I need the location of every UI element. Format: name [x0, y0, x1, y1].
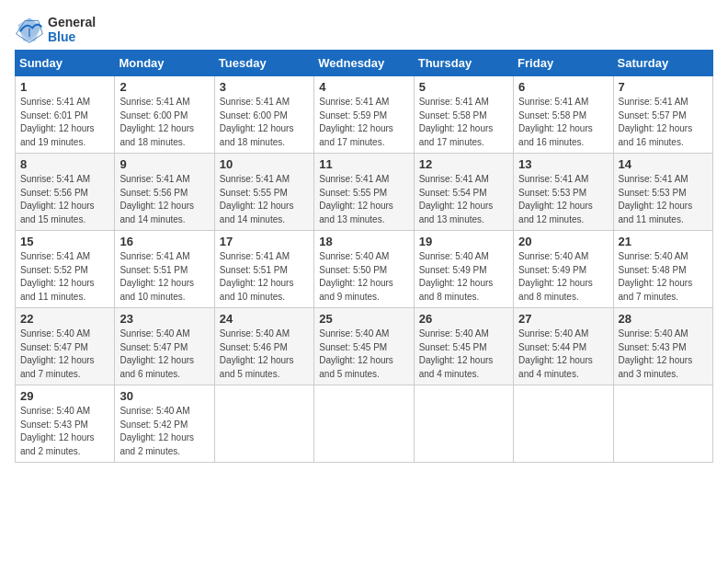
calendar-day-cell: 20Sunrise: 5:40 AM Sunset: 5:49 PM Dayli…: [514, 231, 613, 308]
calendar-day-cell: 29Sunrise: 5:40 AM Sunset: 5:43 PM Dayli…: [16, 385, 115, 463]
weekday-header-wednesday: Wednesday: [314, 51, 414, 76]
day-info: Sunrise: 5:40 AM Sunset: 5:44 PM Dayligh…: [518, 327, 608, 381]
day-info: Sunrise: 5:40 AM Sunset: 5:49 PM Dayligh…: [419, 250, 508, 304]
page-header: General Blue: [15, 15, 713, 44]
day-info: Sunrise: 5:41 AM Sunset: 5:59 PM Dayligh…: [319, 96, 408, 149]
calendar-day-cell: 24Sunrise: 5:40 AM Sunset: 5:46 PM Dayli…: [214, 308, 313, 385]
day-number: 14: [619, 157, 708, 171]
day-number: 4: [319, 80, 408, 94]
day-number: 12: [419, 157, 508, 171]
day-number: 8: [20, 157, 109, 171]
calendar-day-cell: 17Sunrise: 5:41 AM Sunset: 5:51 PM Dayli…: [214, 231, 313, 308]
calendar-day-cell: 4Sunrise: 5:41 AM Sunset: 5:59 PM Daylig…: [314, 76, 414, 154]
calendar-day-cell: 9Sunrise: 5:41 AM Sunset: 5:56 PM Daylig…: [115, 154, 214, 231]
day-info: Sunrise: 5:40 AM Sunset: 5:48 PM Dayligh…: [619, 250, 708, 304]
day-info: Sunrise: 5:41 AM Sunset: 5:55 PM Dayligh…: [220, 173, 309, 226]
day-number: 23: [119, 312, 209, 326]
day-number: 15: [20, 235, 109, 248]
day-number: 22: [20, 312, 109, 326]
day-number: 27: [518, 312, 608, 326]
calendar-day-cell: 11Sunrise: 5:41 AM Sunset: 5:55 PM Dayli…: [314, 154, 414, 231]
day-number: 21: [619, 235, 708, 248]
calendar-day-cell: 22Sunrise: 5:40 AM Sunset: 5:47 PM Dayli…: [16, 308, 115, 385]
day-info: Sunrise: 5:41 AM Sunset: 5:53 PM Dayligh…: [518, 173, 608, 226]
day-info: Sunrise: 5:41 AM Sunset: 5:53 PM Dayligh…: [619, 173, 708, 226]
day-number: 6: [518, 80, 608, 94]
day-info: Sunrise: 5:40 AM Sunset: 5:45 PM Dayligh…: [319, 327, 408, 381]
day-number: 10: [220, 157, 309, 171]
calendar-day-cell: [314, 385, 414, 463]
weekday-header-thursday: Thursday: [414, 51, 513, 76]
day-info: Sunrise: 5:41 AM Sunset: 6:00 PM Dayligh…: [119, 96, 209, 149]
calendar-day-cell: [514, 385, 613, 463]
calendar-table: SundayMondayTuesdayWednesdayThursdayFrid…: [15, 50, 713, 463]
day-number: 16: [119, 235, 209, 248]
calendar-day-cell: 8Sunrise: 5:41 AM Sunset: 5:56 PM Daylig…: [16, 154, 115, 231]
calendar-day-cell: [414, 385, 513, 463]
calendar-day-cell: 19Sunrise: 5:40 AM Sunset: 5:49 PM Dayli…: [414, 231, 513, 308]
calendar-day-cell: 25Sunrise: 5:40 AM Sunset: 5:45 PM Dayli…: [314, 308, 414, 385]
calendar-day-cell: 13Sunrise: 5:41 AM Sunset: 5:53 PM Dayli…: [514, 154, 613, 231]
calendar-week-row: 22Sunrise: 5:40 AM Sunset: 5:47 PM Dayli…: [16, 308, 713, 385]
day-number: 20: [518, 235, 608, 248]
day-info: Sunrise: 5:40 AM Sunset: 5:43 PM Dayligh…: [20, 405, 109, 458]
day-number: 3: [220, 80, 309, 94]
calendar-day-cell: 15Sunrise: 5:41 AM Sunset: 5:52 PM Dayli…: [16, 231, 115, 308]
calendar-day-cell: 23Sunrise: 5:40 AM Sunset: 5:47 PM Dayli…: [115, 308, 214, 385]
calendar-day-cell: 1Sunrise: 5:41 AM Sunset: 6:01 PM Daylig…: [16, 76, 115, 154]
day-number: 13: [518, 157, 608, 171]
calendar-week-row: 1Sunrise: 5:41 AM Sunset: 6:01 PM Daylig…: [16, 76, 713, 154]
calendar-week-row: 15Sunrise: 5:41 AM Sunset: 5:52 PM Dayli…: [16, 231, 713, 308]
day-info: Sunrise: 5:40 AM Sunset: 5:43 PM Dayligh…: [619, 327, 708, 381]
day-info: Sunrise: 5:40 AM Sunset: 5:49 PM Dayligh…: [518, 250, 608, 304]
calendar-day-cell: 18Sunrise: 5:40 AM Sunset: 5:50 PM Dayli…: [314, 231, 414, 308]
day-number: 5: [419, 80, 508, 94]
calendar-day-cell: 14Sunrise: 5:41 AM Sunset: 5:53 PM Dayli…: [613, 154, 712, 231]
day-info: Sunrise: 5:41 AM Sunset: 5:55 PM Dayligh…: [319, 173, 408, 226]
day-number: 7: [619, 80, 708, 94]
calendar-day-cell: [214, 385, 313, 463]
day-info: Sunrise: 5:40 AM Sunset: 5:46 PM Dayligh…: [220, 327, 309, 381]
day-info: Sunrise: 5:40 AM Sunset: 5:42 PM Dayligh…: [119, 405, 209, 458]
day-number: 17: [220, 235, 309, 248]
day-number: 19: [419, 235, 508, 248]
day-info: Sunrise: 5:41 AM Sunset: 5:54 PM Dayligh…: [419, 173, 508, 226]
weekday-header-tuesday: Tuesday: [214, 51, 313, 76]
day-info: Sunrise: 5:41 AM Sunset: 5:51 PM Dayligh…: [119, 250, 209, 304]
day-info: Sunrise: 5:41 AM Sunset: 5:58 PM Dayligh…: [419, 96, 508, 149]
day-info: Sunrise: 5:41 AM Sunset: 6:01 PM Dayligh…: [20, 96, 109, 149]
day-info: Sunrise: 5:40 AM Sunset: 5:45 PM Dayligh…: [419, 327, 508, 381]
day-number: 1: [20, 80, 109, 94]
calendar-day-cell: 6Sunrise: 5:41 AM Sunset: 5:58 PM Daylig…: [514, 76, 613, 154]
logo: General Blue: [15, 15, 96, 44]
day-number: 28: [619, 312, 708, 326]
calendar-day-cell: 5Sunrise: 5:41 AM Sunset: 5:58 PM Daylig…: [414, 76, 513, 154]
calendar-day-cell: 7Sunrise: 5:41 AM Sunset: 5:57 PM Daylig…: [613, 76, 712, 154]
calendar-day-cell: 2Sunrise: 5:41 AM Sunset: 6:00 PM Daylig…: [115, 76, 214, 154]
day-number: 30: [119, 389, 209, 403]
logo-text: General Blue: [48, 15, 96, 44]
calendar-header-row: SundayMondayTuesdayWednesdayThursdayFrid…: [16, 51, 713, 76]
calendar-day-cell: 10Sunrise: 5:41 AM Sunset: 5:55 PM Dayli…: [214, 154, 313, 231]
day-number: 11: [319, 157, 408, 171]
day-info: Sunrise: 5:41 AM Sunset: 5:51 PM Dayligh…: [220, 250, 309, 304]
day-info: Sunrise: 5:40 AM Sunset: 5:50 PM Dayligh…: [319, 250, 408, 304]
calendar-week-row: 8Sunrise: 5:41 AM Sunset: 5:56 PM Daylig…: [16, 154, 713, 231]
day-number: 26: [419, 312, 508, 326]
day-info: Sunrise: 5:40 AM Sunset: 5:47 PM Dayligh…: [20, 327, 109, 381]
weekday-header-monday: Monday: [115, 51, 214, 76]
weekday-header-sunday: Sunday: [16, 51, 115, 76]
logo-icon: [15, 15, 44, 44]
day-info: Sunrise: 5:40 AM Sunset: 5:47 PM Dayligh…: [119, 327, 209, 381]
calendar-day-cell: 30Sunrise: 5:40 AM Sunset: 5:42 PM Dayli…: [115, 385, 214, 463]
calendar-day-cell: 12Sunrise: 5:41 AM Sunset: 5:54 PM Dayli…: [414, 154, 513, 231]
calendar-day-cell: [613, 385, 712, 463]
day-info: Sunrise: 5:41 AM Sunset: 5:58 PM Dayligh…: [518, 96, 608, 149]
weekday-header-saturday: Saturday: [613, 51, 712, 76]
day-number: 2: [119, 80, 209, 94]
day-info: Sunrise: 5:41 AM Sunset: 5:56 PM Dayligh…: [119, 173, 209, 226]
calendar-day-cell: 3Sunrise: 5:41 AM Sunset: 6:00 PM Daylig…: [214, 76, 313, 154]
day-number: 18: [319, 235, 408, 248]
calendar-week-row: 29Sunrise: 5:40 AM Sunset: 5:43 PM Dayli…: [16, 385, 713, 463]
weekday-header-friday: Friday: [514, 51, 613, 76]
